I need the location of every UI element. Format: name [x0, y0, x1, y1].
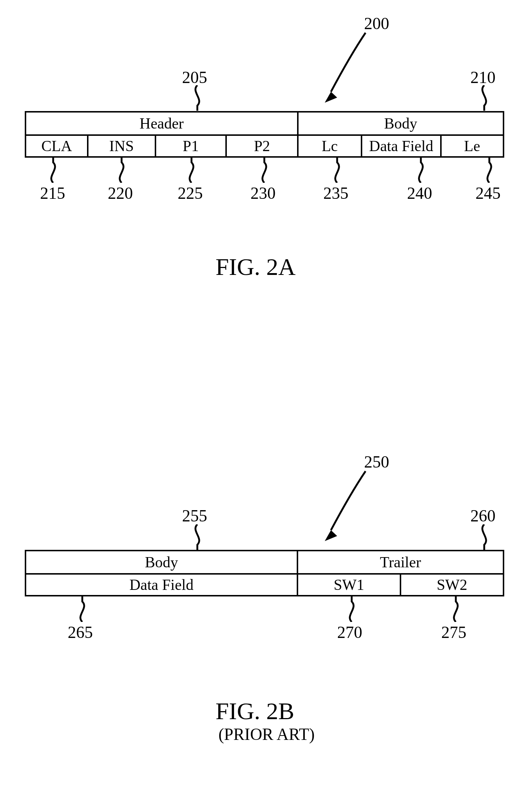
ref-255: 255	[182, 508, 207, 524]
leader-255-icon	[190, 524, 205, 550]
arrow-250	[311, 468, 369, 545]
leader-230-icon	[257, 157, 272, 183]
ref-275: 275	[441, 624, 466, 641]
leader-235-icon	[330, 157, 344, 183]
apdu-response-table: Body Trailer Data Field SW1 SW2	[25, 550, 504, 596]
leader-275-icon	[449, 596, 463, 622]
ref-235: 235	[323, 185, 348, 202]
ref-225: 225	[178, 185, 203, 202]
fig-2a-caption: FIG. 2A	[216, 255, 296, 279]
leader-210-icon	[477, 85, 492, 111]
ref-220: 220	[108, 185, 133, 202]
arrow-200	[311, 30, 369, 106]
cell-le: Le	[441, 135, 504, 157]
leader-215-icon	[46, 157, 60, 183]
header-section-cell: Header	[25, 112, 298, 135]
leader-265-icon	[75, 596, 90, 622]
ref-270: 270	[337, 624, 362, 641]
cell-data-field-b: Data Field	[25, 574, 297, 596]
leader-225-icon	[184, 157, 199, 183]
leader-245-icon	[482, 157, 497, 183]
ref-210: 210	[470, 69, 496, 86]
fig-2b-caption: FIG. 2B	[216, 699, 294, 723]
cell-sw2: SW2	[400, 574, 504, 596]
cell-cla: CLA	[25, 135, 88, 157]
ref-215: 215	[40, 185, 65, 202]
cell-lc: Lc	[298, 135, 362, 157]
cell-p2: P2	[226, 135, 298, 157]
leader-240-icon	[414, 157, 428, 183]
trailer-section-cell: Trailer	[297, 551, 504, 574]
apdu-command-table: Header Body CLA INS P1 P2 Lc Data Field …	[25, 111, 504, 158]
cell-p1: P1	[155, 135, 226, 157]
leader-270-icon	[344, 596, 359, 622]
fig-2b-subcaption: (PRIOR ART)	[218, 726, 315, 743]
body-section-cell: Body	[298, 112, 504, 135]
cell-sw1: SW1	[297, 574, 400, 596]
body-section-cell-b: Body	[25, 551, 297, 574]
cell-ins: INS	[88, 135, 155, 157]
ref-245: 245	[475, 185, 501, 202]
ref-265: 265	[68, 624, 93, 641]
ref-240: 240	[407, 185, 432, 202]
ref-230: 230	[250, 185, 276, 202]
leader-220-icon	[114, 157, 129, 183]
cell-data-field: Data Field	[362, 135, 441, 157]
leader-205-icon	[190, 85, 205, 111]
ref-205: 205	[182, 69, 207, 86]
leader-260-icon	[477, 524, 492, 550]
ref-260: 260	[470, 508, 496, 524]
